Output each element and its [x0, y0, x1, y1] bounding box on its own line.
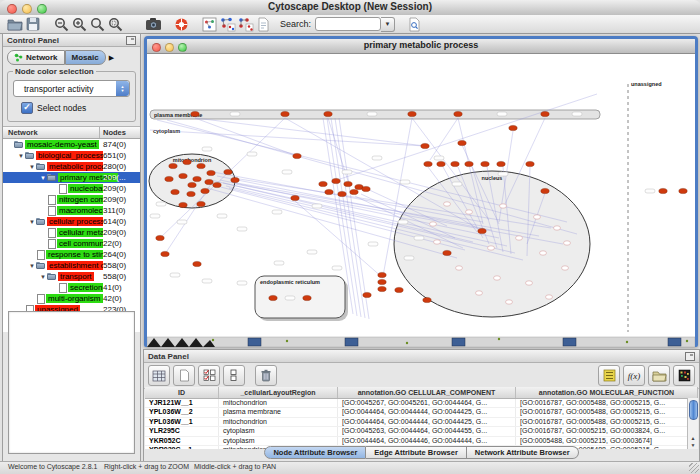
import-attributes-button[interactable] — [648, 365, 670, 386]
tree-row[interactable]: nitrogen compo209(0) — [3, 194, 140, 205]
tree-row-nodes-count: 209(0) — [103, 183, 140, 194]
tree-row[interactable]: cellular metabo209(0) — [3, 227, 140, 238]
tree-row[interactable]: ▼metabolic process280(0) — [3, 161, 140, 172]
expand-arrow-icon[interactable]: ▼ — [17, 153, 25, 159]
attribute-checklist-button[interactable] — [198, 365, 220, 386]
layout-button-2[interactable] — [236, 16, 254, 32]
network-overview-button[interactable] — [200, 16, 218, 32]
bottom-band — [147, 337, 695, 347]
table-row[interactable]: YLR295Ccytoplasm[GO:0045263, GO:0044464,… — [145, 427, 698, 436]
zoom-fit-button[interactable] — [88, 16, 106, 32]
attribute-tab-network[interactable]: Network Attribute Browser — [467, 446, 579, 459]
folder-icon — [36, 218, 47, 226]
folder-icon — [36, 163, 47, 171]
table-column-header[interactable]: annotation.GO CELLULAR_COMPONENT — [338, 387, 516, 398]
float-panel-icon[interactable] — [126, 36, 136, 45]
tree-row[interactable]: ▼primary metabo209(... — [3, 172, 140, 183]
table-cell: mitochondrion — [219, 418, 338, 426]
table-row[interactable]: YKR052Ccytoplasm[GO:0044464, GO:0044446,… — [145, 437, 698, 446]
tree-row[interactable]: ▼biological_process651(0) — [3, 150, 140, 161]
folder-icon — [47, 273, 58, 281]
table-cell: [GO:0044464, GO:0044444, GO:0044425, G..… — [338, 418, 516, 426]
life-ring-icon — [174, 17, 189, 32]
search-input[interactable] — [315, 17, 381, 31]
tab-network[interactable]: Network — [7, 50, 65, 65]
table-cell: YPL036W__2 — [145, 408, 219, 416]
open-folder-icon — [7, 17, 23, 31]
search-dropdown-button[interactable]: ▼ — [381, 17, 395, 32]
table-row[interactable]: YJR121W__1mitochondrion[GO:0045267, GO:0… — [145, 399, 698, 408]
expand-arrow-icon[interactable]: ▼ — [28, 219, 36, 225]
control-panel-title: Control Panel — [7, 36, 59, 45]
save-session-button[interactable] — [24, 16, 42, 32]
open-session-button[interactable] — [6, 16, 24, 32]
select-nodes-checkbox[interactable]: ✓ — [21, 102, 33, 114]
zoom-out-button[interactable] — [52, 16, 70, 32]
region-label-mitochondrion: mitochondrion — [173, 157, 212, 163]
function-builder-button[interactable]: f(x) — [623, 365, 645, 386]
network-canvas[interactable]: plasma membrane cytoplasm mitochondrion … — [147, 54, 695, 347]
float-data-panel-icon[interactable] — [685, 352, 695, 361]
expand-arrow-icon[interactable]: ▼ — [39, 175, 47, 181]
resize-grip[interactable] — [689, 463, 699, 473]
scrollbar-thumb[interactable] — [689, 400, 698, 420]
annotation-button[interactable] — [254, 16, 272, 32]
table-row[interactable]: YPL036W__1mitochondrion[GO:0044464, GO:0… — [145, 418, 698, 427]
network-view-title: primary metabolic process — [147, 40, 695, 50]
status-bar: Welcome to Cytoscape 2.8.1 Right-click +… — [0, 461, 700, 474]
tree-row-nodes-count: 41(0) — [103, 282, 140, 293]
expand-arrow-icon[interactable]: ▼ — [28, 263, 36, 269]
zoom-in-button[interactable] — [70, 16, 88, 32]
table-column-header[interactable]: _cellularLayoutRegion — [219, 387, 338, 398]
tree-row[interactable]: ▼transport558(0) — [3, 271, 140, 282]
advanced-search-button[interactable] — [405, 16, 423, 32]
help-button[interactable] — [172, 16, 190, 32]
tree-row[interactable]: ▼cellular process614(0) — [3, 216, 140, 227]
node-color-selection-group: Node color selection transporter activit… — [7, 71, 136, 122]
file-icon — [36, 294, 46, 303]
table-cell: YJR121W__1 — [145, 399, 219, 407]
birds-eye-view[interactable] — [8, 311, 135, 454]
table-cell: [GO:0044464, GO:0044444, GO:0044425, G..… — [338, 408, 516, 416]
data-panel-title: Data Panel — [148, 352, 189, 361]
tab-mosaic[interactable]: Mosaic — [65, 50, 106, 65]
snapshot-button[interactable] — [144, 16, 162, 32]
select-attributes-button[interactable] — [148, 365, 170, 386]
select-nodes-label: Select nodes — [37, 103, 86, 113]
tree-row-label: mosaic-demo-yeast — [25, 140, 99, 149]
grid-icon — [230, 369, 238, 382]
zoom-selected-button[interactable] — [106, 16, 124, 32]
tree-row-nodes-count: 558(0) — [103, 260, 140, 271]
folder-icon — [14, 141, 25, 149]
folder-icon — [47, 174, 58, 182]
table-cell: YKR052C — [145, 437, 219, 445]
expand-arrow-icon[interactable]: ▼ — [39, 274, 47, 280]
table-column-header[interactable]: annotation.GO MOLECULAR_FUNCTION — [516, 387, 698, 398]
attribute-tab-edge[interactable]: Edge Attribute Browser — [366, 446, 466, 459]
layout-button-1[interactable] — [218, 16, 236, 32]
search-label: Search: — [280, 19, 311, 29]
table-scrollbar[interactable]: ▲▼ — [687, 398, 698, 449]
tree-row[interactable]: ▼establishment of lo558(0) — [3, 260, 140, 271]
tree-row[interactable]: mosaic-demo-yeast874(0) — [3, 139, 140, 150]
expand-arrow-icon[interactable]: ▼ — [28, 164, 36, 170]
attribute-tab-node[interactable]: Node Attribute Browser — [264, 446, 366, 459]
create-attribute-button[interactable] — [173, 365, 195, 386]
folder-icon — [652, 370, 667, 382]
tree-row[interactable]: macromolecule311(0) — [3, 205, 140, 216]
attribute-list-button[interactable] — [598, 365, 620, 386]
node-color-dropdown[interactable]: transporter activity ▲▼ — [13, 80, 130, 97]
delete-attribute-button[interactable] — [255, 365, 277, 386]
table-cell: YLR295C — [145, 427, 219, 435]
tree-row[interactable]: multi-organism pro42(0) — [3, 293, 140, 304]
attribute-grid-button[interactable] — [223, 365, 245, 386]
tree-row[interactable]: response to stimulu264(0) — [3, 249, 140, 260]
table-row[interactable]: YPL036W__2plasma membrane[GO:0044464, GO… — [145, 408, 698, 417]
tree-row[interactable]: cell communicat22(0) — [3, 238, 140, 249]
matrix-view-button[interactable] — [673, 365, 695, 386]
tree-row[interactable]: secretion41(0) — [3, 282, 140, 293]
table-column-header[interactable]: ID — [145, 387, 219, 398]
tree-row-nodes-count: 209(... — [103, 172, 140, 183]
tree-row[interactable]: nucleobase-209(0) — [3, 183, 140, 194]
tab-overflow-button[interactable]: ▶ — [109, 54, 114, 62]
